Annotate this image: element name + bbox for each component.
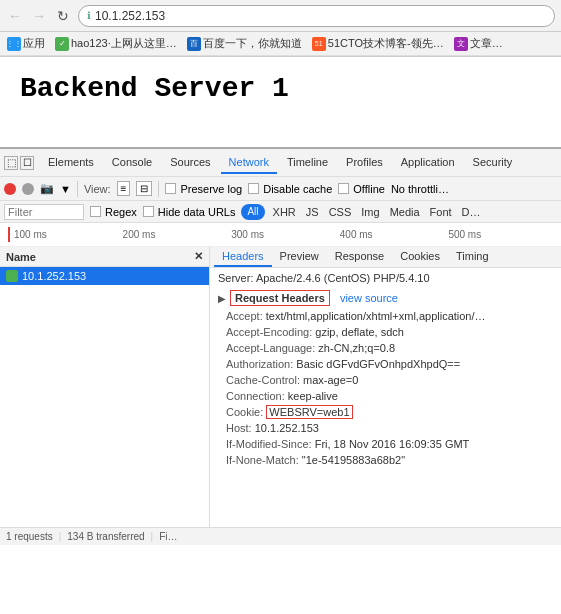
header-host: Host: 10.1.252.153 <box>218 420 553 436</box>
filter-img[interactable]: Img <box>359 206 381 218</box>
regex-checkbox[interactable] <box>90 206 101 217</box>
cache-control-name: Cache-Control: <box>226 374 300 386</box>
address-bar[interactable]: ℹ 10.1.252.153 <box>78 5 555 27</box>
hide-urls-check[interactable]: Hide data URLs <box>143 206 236 218</box>
name-column-label: Name <box>6 251 36 263</box>
timeline-markers: 100 ms 200 ms 300 ms 400 ms 500 ms <box>14 229 557 240</box>
hide-urls-label: Hide data URLs <box>158 206 236 218</box>
connection-value: keep-alive <box>288 390 338 402</box>
preserve-log-checkbox[interactable] <box>165 183 176 194</box>
device-button[interactable]: ☐ <box>20 156 34 170</box>
tab-sources[interactable]: Sources <box>162 152 218 174</box>
bookmark-article[interactable]: 文 文章… <box>451 35 506 52</box>
bookmark-apps[interactable]: ⋮⋮ 应用 <box>4 35 48 52</box>
details-tab-cookies[interactable]: Cookies <box>392 247 448 267</box>
timeline-200ms: 200 ms <box>123 229 232 240</box>
reload-button[interactable]: ↻ <box>54 7 72 25</box>
nav-bar: ← → ↻ ℹ 10.1.252.153 <box>0 0 561 32</box>
throttle-select[interactable]: No throttli… <box>391 183 449 195</box>
filter-doc[interactable]: D… <box>460 206 483 218</box>
tab-security[interactable]: Security <box>465 152 521 174</box>
preserve-log-check[interactable]: Preserve log <box>165 183 242 195</box>
view-label: View: <box>84 183 111 195</box>
bookmark-51cto[interactable]: 51 51CTO技术博客-领先… <box>309 35 447 52</box>
article-icon: 文 <box>454 37 468 51</box>
details-tab-headers[interactable]: Headers <box>214 247 272 267</box>
authorization-name: Authorization: <box>226 358 293 370</box>
filter-font[interactable]: Font <box>428 206 454 218</box>
regex-check[interactable]: Regex <box>90 206 137 218</box>
server-header-text: Server: Apache/2.4.6 (CentOS) PHP/5.4.10 <box>218 272 430 284</box>
section-header: ▶ Request Headers view source <box>218 290 553 306</box>
lock-icon: ℹ <box>87 10 91 21</box>
view-group-button[interactable]: ⊟ <box>136 181 152 196</box>
stop-button[interactable] <box>22 183 34 195</box>
bookmark-baidu-label: 百度一下，你就知道 <box>203 36 302 51</box>
regex-label: Regex <box>105 206 137 218</box>
filter-xhr[interactable]: XHR <box>271 206 298 218</box>
devtools-tab-bar: ⬚ ☐ Elements Console Sources Network Tim… <box>0 149 561 177</box>
timeline-indicator <box>8 227 10 242</box>
tab-elements[interactable]: Elements <box>40 152 102 174</box>
timeline-100ms: 100 ms <box>14 229 123 240</box>
triangle-icon: ▶ <box>218 293 226 304</box>
baidu-icon: 百 <box>187 37 201 51</box>
header-accept-language: Accept-Language: zh-CN,zh;q=0.8 <box>218 340 553 356</box>
tab-profiles[interactable]: Profiles <box>338 152 391 174</box>
if-modified-since-name: If-Modified-Since: <box>226 438 312 450</box>
timeline-500ms: 500 ms <box>448 229 557 240</box>
header-cookie: Cookie: WEBSRV=web1 <box>218 404 553 420</box>
preserve-log-label: Preserve log <box>180 183 242 195</box>
details-content: Server: Apache/2.4.6 (CentOS) PHP/5.4.10… <box>210 268 561 527</box>
inspect-button[interactable]: ⬚ <box>4 156 18 170</box>
bookmark-baidu[interactable]: 百 百度一下，你就知道 <box>184 35 305 52</box>
camera-button[interactable]: 📷 <box>40 182 54 195</box>
apps-icon: ⋮⋮ <box>7 37 21 51</box>
filter-bar: Regex Hide data URLs All XHR JS CSS Img … <box>0 201 561 223</box>
status-sep1: | <box>59 531 62 542</box>
disable-cache-check[interactable]: Disable cache <box>248 183 332 195</box>
bookmark-article-label: 文章… <box>470 36 503 51</box>
disable-cache-checkbox[interactable] <box>248 183 259 194</box>
tab-application[interactable]: Application <box>393 152 463 174</box>
status-extra: Fi… <box>159 531 177 542</box>
timeline-300ms: 300 ms <box>231 229 340 240</box>
cookie-value: WEBSRV=web1 <box>266 405 352 419</box>
bookmark-hao123[interactable]: ✓ hao123·上网从这里… <box>52 35 180 52</box>
back-button[interactable]: ← <box>6 7 24 25</box>
if-none-match-name: If-None-Match: <box>226 454 299 466</box>
record-button[interactable] <box>4 183 16 195</box>
view-list-button[interactable]: ≡ <box>117 181 131 196</box>
page-title: Backend Server 1 <box>20 73 541 104</box>
filter-js[interactable]: JS <box>304 206 321 218</box>
network-request-item[interactable]: 10.1.252.153 <box>0 267 209 285</box>
close-details-button[interactable]: ✕ <box>194 250 203 263</box>
accept-language-value: zh-CN,zh;q=0.8 <box>318 342 395 354</box>
accept-encoding-value: gzip, deflate, sdch <box>315 326 404 338</box>
forward-button[interactable]: → <box>30 7 48 25</box>
status-bar: 1 requests | 134 B transferred | Fi… <box>0 527 561 545</box>
hide-urls-checkbox[interactable] <box>143 206 154 217</box>
filter-button[interactable]: ▼ <box>60 183 71 195</box>
tab-timeline[interactable]: Timeline <box>279 152 336 174</box>
host-name: Host: <box>226 422 252 434</box>
bookmark-apps-label: 应用 <box>23 36 45 51</box>
cache-control-value: max-age=0 <box>303 374 358 386</box>
accept-language-name: Accept-Language: <box>226 342 315 354</box>
header-authorization: Authorization: Basic dGFvdGFvOnhpdXhpdQ=… <box>218 356 553 372</box>
tab-console[interactable]: Console <box>104 152 160 174</box>
offline-check[interactable]: Offline <box>338 183 385 195</box>
filter-css[interactable]: CSS <box>327 206 354 218</box>
page-content: Backend Server 1 <box>0 57 561 147</box>
view-source-link[interactable]: view source <box>340 292 398 304</box>
request-headers-section: ▶ Request Headers view source Accept: te… <box>210 286 561 470</box>
offline-checkbox[interactable] <box>338 183 349 194</box>
details-tab-timing[interactable]: Timing <box>448 247 497 267</box>
filter-media[interactable]: Media <box>388 206 422 218</box>
filter-input[interactable] <box>4 204 84 220</box>
details-tab-response[interactable]: Response <box>327 247 393 267</box>
all-filter-button[interactable]: All <box>241 204 264 220</box>
accept-encoding-name: Accept-Encoding: <box>226 326 312 338</box>
tab-network[interactable]: Network <box>221 152 277 174</box>
details-tab-preview[interactable]: Preview <box>272 247 327 267</box>
